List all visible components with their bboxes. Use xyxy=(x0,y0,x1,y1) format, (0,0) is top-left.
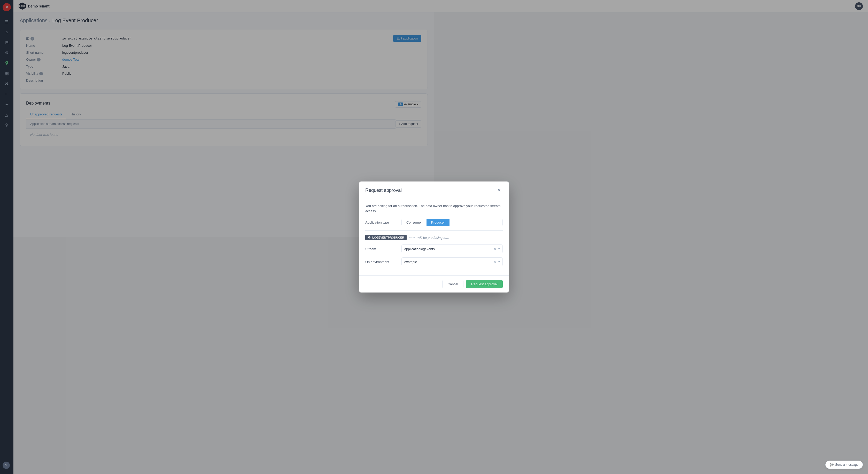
app-type-label: Application type xyxy=(365,221,401,224)
modal-overlay[interactable]: Request approval ✕ You are asking for an… xyxy=(0,0,434,237)
modal-header: Request approval ✕ xyxy=(359,181,434,198)
request-approval-modal: Request approval ✕ You are asking for an… xyxy=(359,181,434,237)
app-badge: ⚙ LOGEVENTPRODUCER xyxy=(365,235,407,237)
producing-indicator-row: ⚙ LOGEVENTPRODUCER - - → will be produci… xyxy=(365,235,434,237)
modal-title: Request approval xyxy=(365,188,402,193)
consumer-toggle-button[interactable]: Consumer xyxy=(402,219,427,226)
producer-toggle-button[interactable]: Producer xyxy=(427,219,434,226)
arrow-dashed-icon: - - → xyxy=(409,235,415,237)
gear-icon: ⚙ xyxy=(368,236,371,237)
modal-description: You are asking for an authorisation. The… xyxy=(365,203,434,213)
app-type-control: Consumer Producer xyxy=(401,219,434,226)
modal-body: You are asking for an authorisation. The… xyxy=(359,198,434,237)
form-row-app-type: Application type Consumer Producer xyxy=(365,219,434,226)
producing-text: will be producing to... xyxy=(417,236,434,237)
app-type-toggle-group: Consumer Producer xyxy=(401,219,434,226)
app-badge-label: LOGEVENTPRODUCER xyxy=(372,236,404,237)
modal-divider xyxy=(365,230,434,231)
